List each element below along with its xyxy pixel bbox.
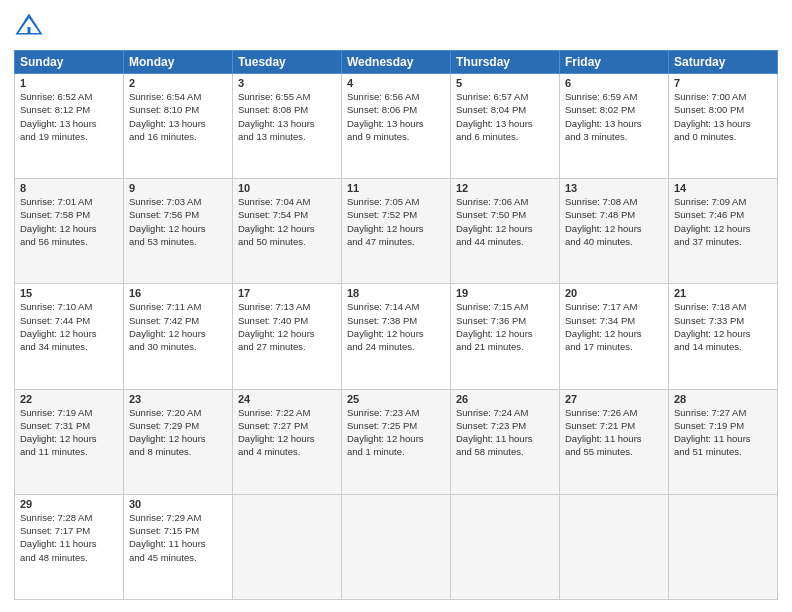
day-info: Sunrise: 7:23 AMSunset: 7:25 PMDaylight:… [347,406,445,459]
day-number: 19 [456,287,554,299]
day-info-line: Daylight: 12 hours [565,223,642,234]
day-number: 5 [456,77,554,89]
day-info-line: Sunrise: 7:26 AM [565,407,637,418]
day-info: Sunrise: 6:59 AMSunset: 8:02 PMDaylight:… [565,90,663,143]
day-info-line: Daylight: 13 hours [129,118,206,129]
calendar-week-row: 8Sunrise: 7:01 AMSunset: 7:58 PMDaylight… [15,179,778,284]
day-info-line: and 48 minutes. [20,552,88,563]
day-info-line: Daylight: 11 hours [129,538,206,549]
day-info-line: Daylight: 13 hours [347,118,424,129]
day-info-line: Daylight: 13 hours [565,118,642,129]
day-info: Sunrise: 6:56 AMSunset: 8:06 PMDaylight:… [347,90,445,143]
table-row [560,494,669,599]
day-info-line: Sunrise: 6:56 AM [347,91,419,102]
table-row: 25Sunrise: 7:23 AMSunset: 7:25 PMDayligh… [342,389,451,494]
day-info-line: Daylight: 12 hours [20,223,97,234]
day-info-line: Sunset: 7:25 PM [347,420,417,431]
table-row: 4Sunrise: 6:56 AMSunset: 8:06 PMDaylight… [342,74,451,179]
table-row: 28Sunrise: 7:27 AMSunset: 7:19 PMDayligh… [669,389,778,494]
day-info-line: Daylight: 12 hours [347,328,424,339]
day-info-line: Sunset: 8:04 PM [456,104,526,115]
day-info: Sunrise: 7:08 AMSunset: 7:48 PMDaylight:… [565,195,663,248]
day-number: 21 [674,287,772,299]
day-info: Sunrise: 6:55 AMSunset: 8:08 PMDaylight:… [238,90,336,143]
day-info-line: Sunset: 7:21 PM [565,420,635,431]
table-row: 13Sunrise: 7:08 AMSunset: 7:48 PMDayligh… [560,179,669,284]
day-number: 6 [565,77,663,89]
col-thursday: Thursday [451,51,560,74]
day-info-line: and 24 minutes. [347,341,415,352]
table-row [342,494,451,599]
day-info-line: Sunrise: 7:29 AM [129,512,201,523]
day-info-line: Sunset: 7:54 PM [238,209,308,220]
day-info-line: Sunrise: 7:05 AM [347,196,419,207]
day-info-line: and 58 minutes. [456,446,524,457]
day-info-line: Daylight: 13 hours [238,118,315,129]
table-row: 27Sunrise: 7:26 AMSunset: 7:21 PMDayligh… [560,389,669,494]
day-info-line: and 16 minutes. [129,131,197,142]
day-info-line: and 50 minutes. [238,236,306,247]
day-number: 22 [20,393,118,405]
day-info-line: Sunset: 7:31 PM [20,420,90,431]
table-row: 17Sunrise: 7:13 AMSunset: 7:40 PMDayligh… [233,284,342,389]
day-number: 25 [347,393,445,405]
day-info-line: Sunset: 7:56 PM [129,209,199,220]
day-info-line: Sunrise: 7:11 AM [129,301,201,312]
day-info-line: Sunset: 8:00 PM [674,104,744,115]
day-number: 7 [674,77,772,89]
calendar-week-row: 22Sunrise: 7:19 AMSunset: 7:31 PMDayligh… [15,389,778,494]
day-number: 15 [20,287,118,299]
table-row [233,494,342,599]
day-info-line: Sunrise: 7:06 AM [456,196,528,207]
day-info: Sunrise: 7:04 AMSunset: 7:54 PMDaylight:… [238,195,336,248]
table-row: 7Sunrise: 7:00 AMSunset: 8:00 PMDaylight… [669,74,778,179]
day-info-line: Sunrise: 6:54 AM [129,91,201,102]
day-number: 9 [129,182,227,194]
table-row: 21Sunrise: 7:18 AMSunset: 7:33 PMDayligh… [669,284,778,389]
day-info: Sunrise: 7:24 AMSunset: 7:23 PMDaylight:… [456,406,554,459]
day-number: 26 [456,393,554,405]
day-info: Sunrise: 7:17 AMSunset: 7:34 PMDaylight:… [565,300,663,353]
day-info-line: Sunrise: 6:57 AM [456,91,528,102]
logo [14,12,48,42]
day-info: Sunrise: 7:15 AMSunset: 7:36 PMDaylight:… [456,300,554,353]
day-info-line: Sunset: 8:02 PM [565,104,635,115]
day-info-line: Sunrise: 7:18 AM [674,301,746,312]
day-info-line: Sunset: 7:33 PM [674,315,744,326]
day-info: Sunrise: 7:27 AMSunset: 7:19 PMDaylight:… [674,406,772,459]
day-info-line: Sunset: 7:17 PM [20,525,90,536]
day-info: Sunrise: 7:06 AMSunset: 7:50 PMDaylight:… [456,195,554,248]
day-info-line: Sunrise: 7:19 AM [20,407,92,418]
day-info-line: and 1 minute. [347,446,405,457]
table-row: 24Sunrise: 7:22 AMSunset: 7:27 PMDayligh… [233,389,342,494]
day-info-line: Sunrise: 6:59 AM [565,91,637,102]
day-info-line: Sunrise: 7:00 AM [674,91,746,102]
logo-icon [14,12,44,42]
day-info-line: Daylight: 12 hours [238,223,315,234]
day-info-line: Sunset: 7:27 PM [238,420,308,431]
day-info-line: and 9 minutes. [347,131,409,142]
day-info-line: Sunrise: 7:03 AM [129,196,201,207]
day-info-line: and 55 minutes. [565,446,633,457]
day-info-line: Daylight: 12 hours [347,223,424,234]
day-number: 3 [238,77,336,89]
day-number: 30 [129,498,227,510]
table-row: 6Sunrise: 6:59 AMSunset: 8:02 PMDaylight… [560,74,669,179]
col-monday: Monday [124,51,233,74]
page: Sunday Monday Tuesday Wednesday Thursday… [0,0,792,612]
day-info-line: Sunset: 7:46 PM [674,209,744,220]
day-info-line: and 14 minutes. [674,341,742,352]
day-info-line: Daylight: 12 hours [456,223,533,234]
day-info-line: Sunset: 7:50 PM [456,209,526,220]
day-info-line: and 0 minutes. [674,131,736,142]
day-info: Sunrise: 7:11 AMSunset: 7:42 PMDaylight:… [129,300,227,353]
day-info: Sunrise: 7:26 AMSunset: 7:21 PMDaylight:… [565,406,663,459]
day-info-line: Sunset: 7:23 PM [456,420,526,431]
day-info-line: Daylight: 12 hours [20,433,97,444]
calendar-week-row: 29Sunrise: 7:28 AMSunset: 7:17 PMDayligh… [15,494,778,599]
day-info-line: and 4 minutes. [238,446,300,457]
day-number: 14 [674,182,772,194]
day-info-line: and 40 minutes. [565,236,633,247]
table-row: 14Sunrise: 7:09 AMSunset: 7:46 PMDayligh… [669,179,778,284]
table-row: 10Sunrise: 7:04 AMSunset: 7:54 PMDayligh… [233,179,342,284]
